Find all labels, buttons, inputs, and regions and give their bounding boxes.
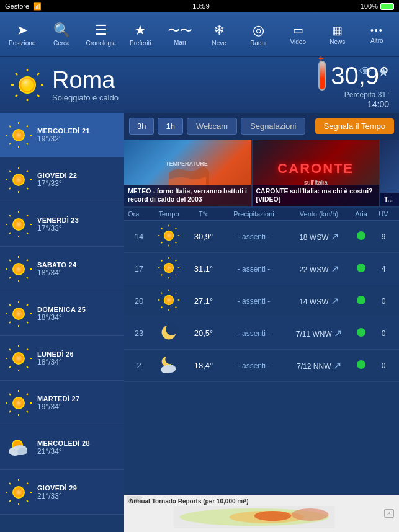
col-tempo: Tempo	[150, 210, 187, 218]
eye-icon[interactable]: 👁	[359, 64, 372, 79]
ad-banner[interactable]: Ann. Annual Tornado Reports (per 10,000 …	[124, 495, 399, 532]
svg-point-93	[17, 448, 27, 455]
td-wind-4: 7/12 NNW ↗	[288, 360, 350, 371]
forecast-info-5: LUNEDÌ 26 18°/34°	[37, 350, 119, 366]
forecast-day-1: GIOVEDÌ 22	[37, 172, 119, 179]
news-caption-2: CARONTE sull'Italia: ma chi è costui? [V…	[253, 185, 380, 206]
forecast-item-6[interactable]: MARTEDÌ 27 19°/34°	[0, 381, 124, 425]
td-aria-0	[350, 231, 372, 242]
nav-posizione[interactable]: ➤ Posizione	[2, 12, 42, 57]
3h-button[interactable]: 3h	[129, 118, 154, 135]
td-aria-2	[350, 296, 372, 306]
nav-altro[interactable]: ••• Altro	[357, 12, 397, 57]
forecast-day-5: LUNEDÌ 26	[37, 350, 119, 358]
forecast-info-0: MERCOLEDÌ 21 19°/32°	[37, 127, 119, 143]
svg-line-100	[9, 483, 11, 484]
svg-line-75	[27, 349, 28, 350]
forecast-item-0[interactable]: MERCOLEDÌ 21 19°/32°	[0, 113, 124, 157]
svg-line-18	[9, 126, 11, 127]
forecast-day-0: MERCOLEDÌ 21	[37, 127, 119, 135]
nav-cerca[interactable]: 🔍 Cerca	[42, 12, 82, 57]
svg-line-52	[27, 277, 28, 278]
nav-preferiti-label: Preferiti	[130, 40, 151, 47]
svg-line-127	[161, 275, 163, 276]
1h-button[interactable]: 1h	[158, 118, 182, 135]
news-caption-1: METEO - forno Italia, verranno battuti i…	[124, 185, 251, 206]
nav-neve[interactable]: ❄ Neve	[200, 12, 240, 57]
svg-text:TEMPERATURE: TEMPERATURE	[166, 161, 208, 167]
forecast-day-6: MARTEDÌ 27	[37, 395, 119, 402]
wind-arrow-2: ↗	[331, 295, 339, 307]
nav-mari[interactable]: 〜〜 Mari	[160, 12, 200, 57]
svg-line-114	[176, 242, 177, 244]
svg-line-137	[176, 293, 177, 294]
svg-line-29	[9, 171, 11, 172]
svg-point-77	[12, 352, 25, 365]
td-wind-0: 18 WSW ↗	[288, 231, 350, 242]
webcam-button[interactable]: Webcam	[187, 118, 237, 135]
snow-icon: ❄	[213, 24, 225, 37]
forecast-temps-8: 21°/33°	[37, 492, 119, 500]
segnalazioni-button[interactable]: Segnalazioni	[241, 118, 305, 135]
button-row: 3h 1h Webcam Segnalazioni Segnala il Tem…	[124, 113, 399, 140]
forecast-info-2: VENERDÌ 23 17°/33°	[37, 216, 119, 233]
segnala-button[interactable]: Segnala il Tempo	[315, 118, 395, 134]
td-prec-0: - assenti -	[220, 233, 288, 241]
carrier-label: Gestore	[5, 2, 29, 10]
svg-line-40	[9, 215, 11, 216]
td-uv-4: 0	[372, 361, 395, 370]
td-wind-3: 7/11 WNW ↗	[288, 327, 350, 339]
forecast-item-1[interactable]: GIOVEDÌ 22 17°/33°	[0, 157, 124, 202]
td-ora-1: 17	[128, 264, 150, 273]
svg-line-113	[161, 228, 163, 229]
forecast-item-5[interactable]: LUNEDÌ 26 18°/34°	[0, 336, 124, 381]
table-row-3: 23 20,5° - assenti - 7/11 WNW ↗ 0	[124, 317, 399, 350]
favorite-star-icon[interactable]: ★	[378, 64, 389, 79]
nav-preferiti[interactable]: ★ Preferiti	[121, 12, 161, 57]
nav-radar[interactable]: ◎ Radar	[239, 12, 279, 57]
forecast-icon-7	[5, 434, 32, 461]
forecast-icon-4	[5, 300, 32, 327]
forecast-item-2[interactable]: VENERDÌ 23 17°/33°	[0, 202, 124, 247]
city-feels-like: Percepita 31°	[344, 91, 389, 99]
history-icon: ☰	[95, 24, 107, 37]
svg-line-73	[9, 349, 11, 350]
td-tempo-3	[150, 321, 187, 345]
forecast-item-4[interactable]: DOMENICA 25 18°/34°	[0, 291, 124, 336]
forecast-day-4: DOMENICA 25	[37, 306, 119, 313]
nav-news[interactable]: ▦ News	[318, 12, 357, 57]
right-panel: 3h 1h Webcam Segnalazioni Segnala il Tem…	[124, 113, 399, 532]
forecast-item-3[interactable]: SABATO 24 18°/34°	[0, 247, 124, 291]
svg-point-145	[161, 366, 171, 373]
forecast-day-3: SABATO 24	[37, 261, 119, 268]
more-icon: •••	[370, 26, 383, 35]
td-tempo-4	[150, 353, 187, 378]
td-ora-2: 20	[128, 296, 150, 306]
svg-line-136	[176, 307, 177, 308]
svg-line-20	[27, 126, 28, 127]
city-description: Soleggiato e caldo	[52, 93, 318, 102]
td-aria-3	[350, 328, 372, 339]
td-temp-0: 30,9°	[187, 232, 220, 241]
news-thumb-1[interactable]: TEMPERATURE METEO - forno Italia, verran…	[124, 140, 251, 206]
td-prec-1: - assenti -	[220, 265, 288, 273]
city-action-icons: 👁 ★	[359, 64, 389, 79]
forecast-item-7[interactable]: MERCOLEDÌ 28 21°/34°	[0, 425, 124, 470]
news-thumb-3[interactable]: T...	[380, 140, 399, 206]
nav-video[interactable]: ▭ Video	[279, 12, 318, 57]
forecast-icon-3	[5, 255, 32, 283]
city-time: 14:00	[367, 99, 389, 109]
svg-line-21	[9, 143, 11, 144]
news-thumb-2[interactable]: CARONTE sull'Italia CARONTE sull'Italia:…	[253, 140, 380, 206]
td-aria-1	[350, 264, 372, 274]
table-header: Ora Tempo T°c Precipitazioni Vento (km/h…	[124, 208, 399, 221]
news-caption-3: T...	[380, 193, 399, 206]
city-name: Roma	[52, 68, 318, 94]
forecast-item-8[interactable]: GIOVEDÌ 29 21°/33°	[0, 470, 124, 515]
nav-cronologia[interactable]: ☰ Cronologia	[81, 12, 121, 57]
td-prec-3: - assenti -	[220, 329, 288, 338]
wifi-icon: 📶	[33, 2, 42, 11]
nav-mari-label: Mari	[174, 39, 186, 46]
forecast-temps-7: 21°/34°	[37, 447, 119, 456]
svg-point-104	[12, 486, 25, 499]
